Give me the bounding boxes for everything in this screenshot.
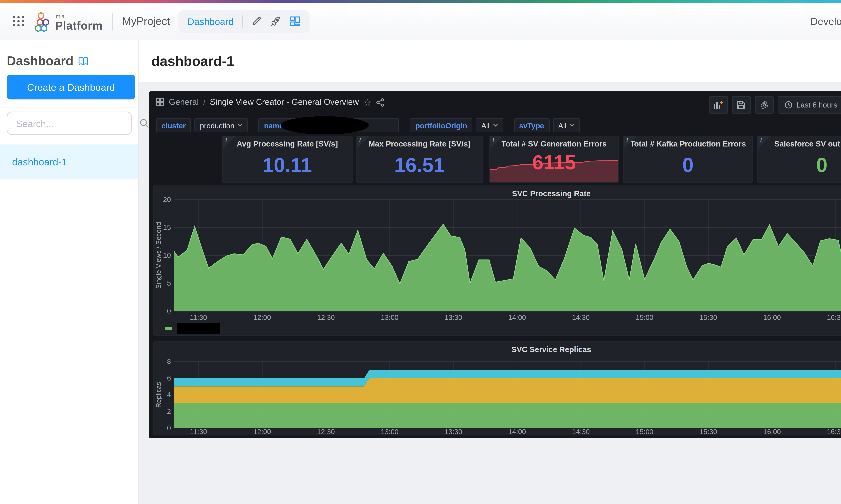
panel-info-corner[interactable] <box>758 137 770 149</box>
environment-select[interactable]: Development <box>810 16 841 27</box>
share-icon[interactable] <box>376 98 384 107</box>
sidebar-item-dashboard-1[interactable]: dashboard-1 <box>0 144 138 179</box>
add-panel-button[interactable] <box>709 96 728 113</box>
panel-info-corner[interactable] <box>357 137 370 149</box>
topbar-right: Development <box>810 12 841 31</box>
time-range-picker[interactable]: Last 6 hours <box>777 96 841 113</box>
svg-text:15:00: 15:00 <box>636 313 653 321</box>
filter-label-svType: svType <box>514 118 549 132</box>
svg-text:4: 4 <box>167 391 171 399</box>
svg-text:5: 5 <box>167 279 171 287</box>
brand-mia-label: mia <box>56 14 103 19</box>
svg-text:10: 10 <box>163 251 171 259</box>
brand-platform-label: Platform <box>55 20 103 31</box>
star-icon[interactable]: ☆ <box>363 98 372 107</box>
panel-svc-service-replicas: SVC Service Replicas 0246811:3012:0012:3… <box>153 341 841 435</box>
panel-info-corner[interactable] <box>223 137 236 149</box>
svg-text:13:00: 13:00 <box>381 428 398 435</box>
nav-divider <box>242 15 243 27</box>
page-header: dashboard-1 <box>139 40 841 82</box>
filter-label-portfolioOrigin: portfolioOrigin <box>410 118 473 132</box>
service-replicas-chart: 0246811:3012:0012:3013:0013:3014:0014:30… <box>154 342 841 435</box>
stat-title: Total # SV Generation Errors <box>490 140 618 148</box>
sidebar-divider <box>0 108 138 108</box>
save-dashboard-button[interactable] <box>732 96 751 113</box>
app-root: mia Platform MyProject Dashboard <box>0 0 841 504</box>
sidebar-item-label: dashboard-1 <box>12 156 67 167</box>
dashboard-settings-button[interactable] <box>755 96 774 113</box>
mia-hexagons-icon <box>34 11 52 31</box>
search-icon <box>139 118 149 128</box>
svg-text:Single Views / Second: Single Views / Second <box>155 222 162 289</box>
chevron-down-icon <box>493 124 498 127</box>
breadcrumb-separator: / <box>203 97 206 107</box>
chart-title: SVC Processing Rate <box>154 190 841 198</box>
svg-text:Replicas: Replicas <box>155 382 162 408</box>
save-icon <box>737 101 745 109</box>
legend-swatch-green[interactable] <box>165 327 172 330</box>
filter-value-cluster[interactable]: production <box>194 118 248 132</box>
svg-text:14:00: 14:00 <box>508 428 526 435</box>
project-name: MyProject <box>122 15 170 27</box>
svg-text:13:00: 13:00 <box>381 313 398 321</box>
nav-dashboard-tab[interactable]: Dashboard <box>188 16 234 26</box>
grafana-dashboard-embed: General / Single View Creator - General … <box>149 91 841 438</box>
stat-panel-max-processing-rate: i Max Processing Rate [SV/s] 16.51 <box>356 136 483 183</box>
time-controls: Last 6 hours <box>777 96 841 113</box>
dashboard-squares-icon <box>156 98 164 106</box>
stat-title: Total # Kafka Production Errors <box>624 140 752 148</box>
panel-info-corner[interactable] <box>490 137 502 149</box>
mia-platform-logo: mia Platform <box>34 11 103 31</box>
svg-text:14:00: 14:00 <box>508 313 526 321</box>
svg-text:15:30: 15:30 <box>699 313 717 321</box>
namespace-redaction <box>280 116 369 134</box>
search-box <box>7 111 132 135</box>
breadcrumb-folder[interactable]: General <box>169 97 199 107</box>
svg-text:13:30: 13:30 <box>445 428 462 435</box>
app-launcher-icon[interactable] <box>12 15 25 28</box>
stat-title: Avg Processing Rate [SV/s] <box>223 140 352 148</box>
template-variables-row: cluster production namespace portfolioOr… <box>156 118 580 132</box>
stat-panel-kafka-production-errors: i Total # Kafka Production Errors 0 <box>623 136 753 183</box>
chart-legend <box>165 323 220 334</box>
deploy-rocket-icon[interactable] <box>271 16 281 26</box>
panel-svc-processing-rate: SVC Processing Rate 0510152011:3012:0012… <box>153 185 841 336</box>
search-input[interactable] <box>15 117 139 129</box>
filter-label-cluster: cluster <box>156 118 191 132</box>
clock-icon <box>784 101 792 109</box>
stat-title: Max Processing Rate [SV/s] <box>357 140 482 148</box>
svg-text:0: 0 <box>167 424 171 432</box>
svg-text:0: 0 <box>167 307 171 315</box>
svg-text:16:00: 16:00 <box>763 428 781 435</box>
create-dashboard-button[interactable]: Create a Dashboard <box>7 75 135 100</box>
design-pencil-icon[interactable] <box>252 16 262 26</box>
chevron-down-icon <box>570 124 574 127</box>
dashboard-grid-icon[interactable] <box>290 16 300 26</box>
environment-label: Development <box>810 16 841 27</box>
stat-value: 16.51 <box>357 154 482 177</box>
top-bar: mia Platform MyProject Dashboard <box>0 3 841 40</box>
stat-panel-salesforce-out-of-sync: i Salesforce SV out of sync 0 <box>757 136 841 183</box>
chevron-down-icon <box>238 124 243 127</box>
page-title: dashboard-1 <box>151 40 234 82</box>
svg-text:12:00: 12:00 <box>253 428 271 435</box>
panel-info-corner[interactable] <box>624 137 636 149</box>
svg-text:11:30: 11:30 <box>190 313 207 321</box>
filter-value-svType[interactable]: All <box>553 118 580 132</box>
chart-title: SVC Service Replicas <box>154 345 841 354</box>
breadcrumb-dashboard-title: Single View Creator - General Overview <box>210 97 359 107</box>
grafana-header: General / Single View Creator - General … <box>156 97 384 107</box>
legend-redaction <box>177 323 220 334</box>
stat-value: 10.11 <box>223 154 352 177</box>
svg-text:15:00: 15:00 <box>636 428 653 435</box>
topbar-divider <box>112 13 113 29</box>
sidebar-title: Dashboard <box>7 54 73 69</box>
stat-value: 0 <box>624 154 752 177</box>
sidebar-docs-book-icon[interactable] <box>78 56 89 66</box>
svg-text:13:30: 13:30 <box>445 313 462 321</box>
svg-text:15:30: 15:30 <box>699 428 717 435</box>
svg-text:12:30: 12:30 <box>317 428 335 435</box>
add-panel-icon <box>713 100 723 110</box>
svg-text:16:30: 16:30 <box>827 428 841 435</box>
filter-value-portfolioOrigin[interactable]: All <box>476 118 503 132</box>
